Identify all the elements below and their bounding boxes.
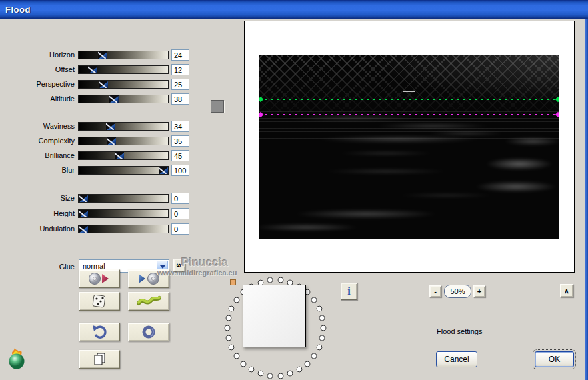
slider-thumb-height[interactable] [79,210,88,217]
slider-thumb-horizon[interactable] [98,51,107,59]
preset-dot[interactable] [287,371,293,377]
slider-thumb-perspective[interactable] [99,81,108,88]
preview-image[interactable] [259,55,559,239]
slider-thumb-blur[interactable] [159,167,168,174]
slider-value-perspective[interactable] [171,79,189,90]
slider-track-undulation[interactable] [78,225,169,233]
slider-value-brilliance[interactable] [171,150,189,161]
water-streak [259,222,379,233]
water-streak [353,122,513,130]
load-preset-button[interactable] [79,269,120,288]
collapse-button[interactable]: ∧ [560,284,573,297]
slider-track-waviness[interactable] [78,122,169,131]
preset-dot[interactable] [319,335,325,341]
preset-dot[interactable] [319,315,325,321]
preview-thumbnail[interactable] [243,285,306,347]
slider-thumb-offset[interactable] [88,66,97,73]
slider-track-altitude[interactable] [78,95,169,103]
preset-dot[interactable] [267,277,273,283]
slider-track-blur[interactable] [78,166,169,175]
preset-dot[interactable] [229,305,235,311]
status-text: Flood settings [437,327,482,335]
preset-dot[interactable] [305,361,311,367]
copy-settings-button[interactable] [79,350,120,369]
slider-track-brilliance[interactable] [78,151,169,160]
slider-track-size[interactable] [78,194,169,203]
slider-track-offset[interactable] [78,65,169,74]
preset-dot[interactable] [311,353,317,359]
preset-dot[interactable] [311,297,317,303]
slider-value-undulation[interactable] [171,223,189,235]
flaming-pear-logo-icon [7,347,29,371]
randomize-button[interactable] [79,292,120,311]
slider-track-horizon[interactable] [78,51,169,59]
slider-rows: Horizon Offset Perspective Altitude Wavi… [0,19,213,239]
water-streak [413,130,519,137]
preset-dot[interactable] [229,345,235,351]
caret-up-icon: ∧ [564,287,569,295]
slider-track-height[interactable] [78,209,169,218]
undo-button[interactable] [79,323,120,341]
gentle-random-button[interactable] [128,292,169,311]
preset-dot[interactable] [225,335,231,341]
slider-row: Perspective [0,80,200,91]
slider-value-waviness[interactable] [171,121,189,132]
cancel-button[interactable]: Cancel [436,351,477,367]
slider-value-altitude[interactable] [171,93,189,105]
slider-thumb-brilliance[interactable] [115,152,124,159]
slider-label: Offset [0,65,75,74]
preset-dot[interactable] [267,373,273,379]
preset-dot[interactable] [240,361,246,367]
horizon-guide-line[interactable] [259,99,559,100]
slider-track-perspective[interactable] [78,80,169,89]
glue-sync-button[interactable]: s [173,259,185,272]
preset-dot[interactable] [297,367,303,373]
preset-dot[interactable] [249,367,255,373]
slider-thumb-altitude[interactable] [109,95,119,103]
info-button[interactable]: i [341,283,357,300]
glue-label: Glue [27,263,75,271]
slider-thumb-size[interactable] [79,195,88,202]
preset-marker[interactable] [230,279,236,285]
preset-dot[interactable] [316,345,322,351]
preset-dot[interactable] [321,325,327,331]
slider-label: Perspective [0,80,75,89]
disc-save-icon [135,271,162,286]
slider-value-size[interactable] [171,193,189,204]
preset-dot[interactable] [225,315,231,321]
slider-value-horizon[interactable] [171,49,189,61]
slider-value-height[interactable] [171,208,189,219]
zoom-out-button[interactable]: - [429,285,441,297]
preset-dot[interactable] [233,353,239,359]
preset-dot[interactable] [277,277,283,283]
slider-value-offset[interactable] [171,64,189,75]
slider-row: Size [0,194,200,205]
slider-thumb-undulation[interactable] [79,225,88,233]
save-preset-button[interactable] [128,269,169,288]
preset-dot[interactable] [257,371,263,377]
water-color-swatch[interactable] [211,100,224,113]
preset-dot[interactable] [316,305,322,311]
slider-thumb-complexity[interactable] [107,137,116,145]
slider-label: Complexity [0,137,75,145]
slider-row: Waviness [0,122,200,133]
preset-dot[interactable] [277,373,283,379]
slider-label: Horizon [0,51,75,59]
slider-label: Undulation [0,225,75,233]
slider-value-blur[interactable] [171,165,189,176]
ok-button[interactable]: OK [535,351,574,367]
ring-button[interactable] [128,323,169,341]
preset-dot[interactable] [225,325,231,331]
slider-label: Brilliance [0,151,75,160]
slider-row: Complexity [0,137,200,148]
zoom-in-button[interactable]: + [473,285,485,297]
crosshair-icon[interactable] [403,86,415,97]
zoom-level-display[interactable]: 50% [444,285,471,298]
preset-dot[interactable] [233,297,239,303]
slider-row: Blur [0,166,200,177]
water-streak [493,135,559,147]
slider-thumb-waviness[interactable] [106,123,115,130]
offset-guide-line[interactable] [259,114,559,115]
slider-track-complexity[interactable] [78,137,169,145]
slider-value-complexity[interactable] [171,135,189,147]
